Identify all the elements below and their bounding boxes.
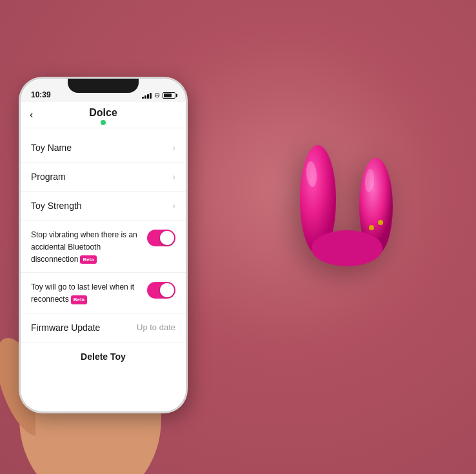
program-label: Program [31, 172, 66, 182]
toy-strength-item[interactable]: Toy Strength › [21, 192, 186, 221]
battery-icon [163, 92, 175, 99]
wifi-icon: ⊖ [154, 91, 160, 99]
menu-list: Toy Name › Program › Toy Strength › [21, 128, 186, 376]
chevron-icon: › [172, 172, 175, 182]
scene: 10:39 ⊖ [0, 0, 476, 474]
toy-image [276, 142, 431, 271]
signal-icon [142, 92, 152, 99]
program-item[interactable]: Program › [21, 163, 186, 192]
toy-name-label: Toy Name [31, 143, 72, 153]
delete-toy-label: Delete Toy [81, 351, 126, 362]
svg-point-17 [369, 225, 374, 230]
delete-toy-row[interactable]: Delete Toy [21, 342, 186, 371]
svg-point-13 [312, 230, 382, 266]
firmware-label: Firmware Update [31, 322, 100, 333]
connection-indicator [101, 120, 106, 125]
last-level-toggle-row: Toy will go to last level when it reconn… [21, 273, 186, 313]
phone-screen: ‹ Dolce Toy Name › [21, 102, 186, 411]
last-level-toggle[interactable] [147, 282, 175, 299]
bluetooth-disconnect-label: Stop vibrating when there is an accident… [31, 230, 137, 264]
status-icons: ⊖ [142, 91, 175, 99]
beta-badge: Beta [80, 255, 96, 264]
firmware-row: Firmware Update Up to date [21, 313, 186, 342]
phone-notch [68, 79, 139, 93]
svg-point-16 [378, 220, 383, 225]
toy-name-item[interactable]: Toy Name › [21, 133, 186, 163]
beta-badge-2: Beta [71, 295, 87, 304]
bluetooth-disconnect-toggle[interactable] [147, 230, 175, 246]
toy-strength-label: Toy Strength [31, 201, 82, 211]
chevron-icon: › [172, 143, 175, 153]
toy-product [276, 142, 444, 284]
page-title: Dolce [89, 107, 117, 119]
back-button[interactable]: ‹ [30, 109, 33, 121]
chevron-icon: › [172, 201, 175, 211]
status-time: 10:39 [31, 90, 51, 99]
bluetooth-disconnect-toggle-row: Stop vibrating when there is an accident… [21, 221, 186, 273]
firmware-status: Up to date [137, 322, 175, 332]
phone: 10:39 ⊖ [19, 77, 187, 413]
last-level-label: Toy will go to last level when it reconn… [31, 282, 134, 304]
nav-header: ‹ Dolce [21, 102, 186, 128]
